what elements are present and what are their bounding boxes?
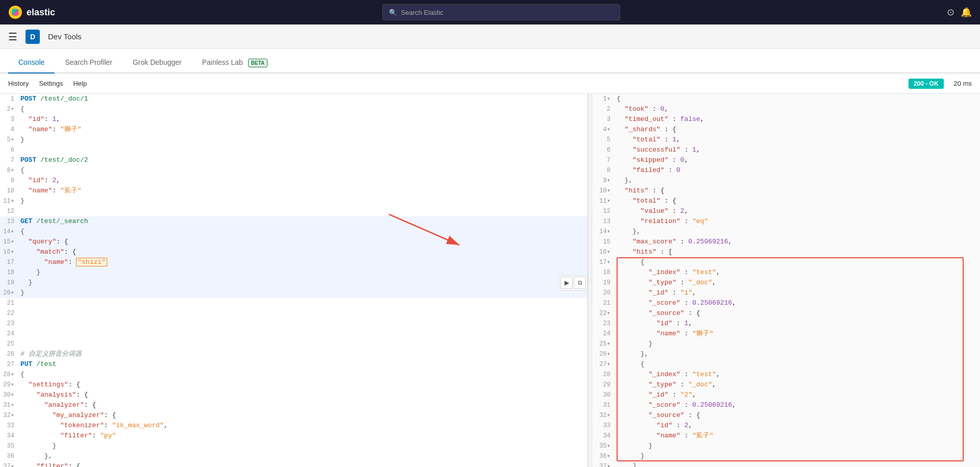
code-line-26: 26 # 自定义拼音分词器 (0, 349, 587, 359)
code-line-19: 19 } (0, 278, 587, 288)
resp-line-21: 21 "_score" : 0.25069216, (596, 298, 980, 308)
resp-line-11: 11▾ "total" : { (596, 196, 980, 206)
tab-grok-debugger[interactable]: Grok Debugger (122, 52, 192, 73)
response-wrapper: 1▾ { 2 "took" : 0, 3 "timed_out" : false… (592, 94, 980, 467)
code-line-8: 8▾ { (0, 165, 587, 176)
code-line-10: 10 "name": "虱子" (0, 186, 587, 196)
code-line-12: 12 (0, 206, 587, 216)
copy-button[interactable]: ⧉ (574, 277, 586, 289)
editor-content[interactable]: 1 POST /test/_doc/1 2▾ { 3 "id": 1, 4 "n… (0, 94, 587, 467)
resp-line-2: 2 "took" : 0, (596, 104, 980, 114)
code-line-25: 25 (0, 339, 587, 349)
elastic-text: elastic (27, 7, 55, 18)
beta-badge: BETA (248, 59, 267, 67)
code-line-4: 4 "name": "狮子" (0, 125, 587, 135)
search-input[interactable]: 🔍 Search Elastic (382, 4, 620, 20)
resp-line-1: 1▾ { (596, 94, 980, 104)
code-line-3: 3 "id": 1, (0, 114, 587, 125)
code-line-30: 30▾ "analysis": { (0, 390, 587, 400)
resp-line-31: 31 "_score" : 0.25069216, (596, 400, 980, 410)
resp-line-36: 36▾ } (596, 451, 980, 461)
resp-line-8: 8 "failed" : 0 (596, 165, 980, 176)
code-line-13: 13 GET /test/_search (0, 216, 587, 227)
status-badge: 200 - OK (909, 79, 944, 89)
tabs-bar: Console Search Profiler Grok Debugger Pa… (0, 49, 980, 73)
search-icon: 🔍 (389, 9, 397, 16)
tab-search-profiler[interactable]: Search Profiler (55, 52, 122, 73)
response-content[interactable]: 1▾ { 2 "took" : 0, 3 "timed_out" : false… (592, 94, 980, 467)
code-line-7: 7 POST /test/_doc/2 (0, 155, 587, 165)
code-line-17: 17 "name": "shizi" (0, 257, 587, 267)
dev-tools-title: Dev Tools (48, 32, 82, 41)
time-badge: 20 ms (954, 80, 972, 87)
resp-line-17: 17▾ { (596, 257, 980, 267)
editor-pane: 1 POST /test/_doc/1 2▾ { 3 "id": 1, 4 "n… (0, 94, 588, 467)
help-icon[interactable]: ⊙ (947, 7, 954, 18)
code-line-6: 6 (0, 145, 587, 155)
top-nav-icons: ⊙ 🔔 (947, 7, 972, 18)
search-placeholder: Search Elastic (401, 9, 444, 16)
resp-line-19: 19 "_type" : "_doc", (596, 278, 980, 288)
resp-line-32: 32▾ "_source" : { (596, 410, 980, 421)
resp-line-30: 30 "_id" : "2", (596, 390, 980, 400)
code-line-28: 28▾ { (0, 370, 587, 380)
resp-line-6: 6 "successful" : 1, (596, 145, 980, 155)
code-line-35: 35 } (0, 441, 587, 451)
resp-line-34: 34 "name" : "虱子" (596, 431, 980, 441)
code-line-23: 23 (0, 318, 587, 329)
code-line-11: 11▾ } (0, 196, 587, 206)
pane-divider[interactable]: ⋮ (588, 94, 592, 467)
code-line-20: 20▾ } (0, 288, 587, 298)
resp-line-26: 26▾ }, (596, 349, 980, 359)
code-line-2: 2▾ { (0, 104, 587, 114)
resp-line-18: 18 "_index" : "test", (596, 267, 980, 278)
tab-console[interactable]: Console (8, 52, 55, 73)
code-line-31: 31▾ "analyzer": { (0, 400, 587, 410)
dev-tools-badge: D (26, 30, 40, 44)
resp-line-23: 23 "id" : 1, (596, 318, 980, 329)
resp-line-9: 9▾ }, (596, 176, 980, 186)
resp-line-25: 25▾ } (596, 339, 980, 349)
code-line-1: 1 POST /test/_doc/1 (0, 94, 587, 104)
code-line-37: 37▾ "filter": { (0, 461, 587, 467)
code-line-29: 29▾ "settings": { (0, 380, 587, 390)
code-line-14: 14▾ { (0, 227, 587, 237)
top-navigation: elastic 🔍 Search Elastic ⊙ 🔔 (0, 0, 980, 24)
resp-line-12: 12 "value" : 2, (596, 206, 980, 216)
code-line-22: 22 (0, 308, 587, 318)
code-line-9: 9 "id": 2, (0, 176, 587, 186)
resp-line-29: 29 "_type" : "_doc", (596, 380, 980, 390)
response-pane: 1▾ { 2 "took" : 0, 3 "timed_out" : false… (592, 94, 980, 467)
code-line-36: 36 }, (0, 451, 587, 461)
second-navigation: ☰ D Dev Tools (0, 24, 980, 49)
toolbar: History Settings Help 200 - OK 20 ms (0, 73, 980, 94)
bell-icon[interactable]: 🔔 (961, 7, 972, 18)
code-line-16: 16▾ "match": { (0, 247, 587, 257)
code-lines: 1 POST /test/_doc/1 2▾ { 3 "id": 1, 4 "n… (0, 94, 587, 467)
code-line-18: 18 } (0, 267, 587, 278)
settings-button[interactable]: Settings (39, 80, 63, 87)
code-line-33: 33 "tokenizer": "ik_max_word", (0, 421, 587, 431)
main-content: 1 POST /test/_doc/1 2▾ { 3 "id": 1, 4 "n… (0, 94, 980, 467)
resp-line-37: 37▾ ] (596, 461, 980, 467)
resp-line-24: 24 "name" : "狮子" (596, 329, 980, 339)
help-button[interactable]: Help (73, 80, 87, 87)
resp-line-27: 27▾ { (596, 359, 980, 370)
resp-line-33: 33 "id" : 2, (596, 421, 980, 431)
resp-line-15: 15 "max_score" : 0.25069216, (596, 237, 980, 247)
history-button[interactable]: History (8, 80, 29, 87)
search-bar-wrapper: 🔍 Search Elastic (63, 4, 939, 20)
code-line-24: 24 (0, 329, 587, 339)
action-buttons: ▶ ⧉ (559, 275, 587, 290)
code-line-5: 5▾ } (0, 135, 587, 145)
hamburger-icon[interactable]: ☰ (8, 31, 17, 43)
resp-line-10: 10▾ "hits" : { (596, 186, 980, 196)
resp-line-28: 28 "_index" : "test", (596, 370, 980, 380)
resp-line-35: 35▾ } (596, 441, 980, 451)
resp-line-7: 7 "skipped" : 0, (596, 155, 980, 165)
tab-painless-lab[interactable]: Painless Lab BETA (192, 52, 278, 73)
run-button[interactable]: ▶ (560, 277, 573, 289)
code-line-15: 15▾ "query": { (0, 237, 587, 247)
svg-point-3 (12, 9, 15, 15)
elastic-logo[interactable]: elastic (8, 5, 55, 19)
